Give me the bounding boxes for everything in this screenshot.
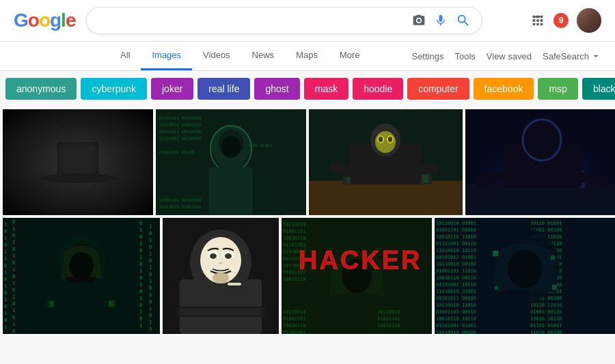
image-3[interactable]	[309, 109, 463, 215]
svg-rect-8	[541, 23, 543, 26]
avatar[interactable]	[577, 8, 601, 33]
svg-text:10110010: 10110010	[283, 309, 306, 315]
safesearch-toggle[interactable]: SafeSearch	[543, 51, 601, 61]
svg-point-121	[98, 306, 112, 314]
svg-point-120	[51, 306, 64, 314]
search-icons	[412, 13, 471, 28]
svg-text:01001101 00110: 01001101 00110	[436, 309, 476, 315]
svg-text:1: 1	[149, 224, 152, 229]
svg-text:0: 0	[12, 301, 15, 307]
svg-text:0: 0	[139, 248, 142, 253]
tab-news[interactable]: News	[241, 42, 286, 70]
svg-rect-126	[180, 308, 262, 316]
svg-rect-5	[541, 19, 543, 22]
svg-text:1: 1	[139, 268, 142, 274]
svg-text:0: 0	[139, 289, 142, 294]
svg-rect-7	[536, 23, 539, 26]
svg-text:1: 1	[12, 240, 15, 245]
svg-text:0: 0	[12, 260, 15, 266]
chip-blackh[interactable]: black h	[582, 78, 615, 100]
svg-text:01101001 00110: 01101001 00110	[436, 241, 476, 247]
tab-images[interactable]: Images	[141, 42, 192, 70]
svg-text:0: 0	[4, 242, 7, 248]
svg-text:01101 01001: 01101 01001	[530, 323, 562, 328]
search-icon	[456, 13, 471, 28]
svg-text:00101011 10110100: 00101011 10110100	[159, 129, 202, 134]
chip-ghost[interactable]: ghost	[254, 78, 299, 100]
tab-maps[interactable]: Maps	[285, 42, 329, 70]
svg-text:01101001 00110010: 01101001 00110010	[159, 136, 202, 141]
image-6[interactable]	[163, 218, 279, 334]
voice-search-button[interactable]	[434, 14, 448, 27]
svg-text:01101001 01001: 01101001 01001	[436, 323, 476, 328]
svg-text:01001101 00100000: 01001101 00100000	[159, 115, 202, 120]
svg-text:00101011 00100: 00101011 00100	[436, 296, 476, 301]
image-5[interactable]: 101 011 010 101 010 1 010 101 010 101 01…	[3, 218, 160, 334]
nav-tabs: All Images Videos News Maps More Setting…	[0, 42, 615, 71]
search-bar: hacker	[86, 7, 482, 34]
svg-text:0: 0	[12, 315, 15, 320]
svg-text:11010 00100: 11010 00100	[530, 330, 562, 334]
guy-fawkes-svg	[163, 218, 279, 334]
svg-text:10110010: 10110010	[283, 222, 306, 227]
svg-text:10110010 01001: 10110010 01001	[436, 221, 476, 226]
svg-text:0: 0	[12, 247, 15, 252]
svg-text:01001101 00100000: 01001101 00100000	[159, 197, 202, 202]
image-grid: 01001101 00100000 11010010 01001010 0010…	[0, 107, 615, 337]
search-button[interactable]	[456, 13, 471, 28]
svg-text:1: 1	[149, 320, 152, 325]
tab-all[interactable]: All	[109, 42, 141, 70]
svg-text:0: 0	[149, 313, 152, 318]
chip-msp[interactable]: msp	[538, 78, 577, 100]
camera-search-button[interactable]	[412, 14, 426, 27]
chip-facebook[interactable]: facebook	[474, 78, 534, 100]
svg-text:1: 1	[4, 324, 7, 330]
chip-hoodie[interactable]: hoodie	[353, 78, 403, 100]
svg-text:10010110: 10010110	[283, 323, 306, 328]
svg-rect-193	[551, 255, 555, 260]
settings-link[interactable]: Settings	[411, 51, 443, 61]
svg-text:11010010 01001: 11010010 01001	[436, 289, 476, 294]
tab-videos[interactable]: Videos	[192, 42, 241, 70]
svg-text:1: 1	[4, 249, 7, 255]
svg-rect-194	[495, 286, 498, 290]
svg-text:1: 1	[12, 253, 15, 259]
tools-link[interactable]: Tools	[454, 51, 475, 61]
svg-text:0: 0	[149, 231, 152, 236]
svg-text:0: 0	[12, 274, 15, 279]
view-saved-link[interactable]: View saved	[487, 51, 532, 61]
svg-text:10010 10110: 10010 10110	[530, 316, 562, 322]
svg-text:10110010 11010: 10110010 11010	[436, 303, 476, 308]
svg-text:0: 0	[4, 290, 7, 296]
matrix-hacker-svg: 101 011 010 101 010 1 010 101 010 101 01…	[3, 218, 160, 334]
nav-tabs-right: Settings Tools View saved SafeSearch	[411, 51, 601, 61]
chip-anonymous[interactable]: anonymous	[5, 78, 77, 100]
image-2[interactable]: 01001101 00100000 11010010 01001010 0010…	[156, 109, 306, 215]
svg-text:0: 0	[4, 318, 7, 323]
chevron-down-icon	[590, 51, 601, 61]
chip-computer[interactable]: computer	[407, 78, 469, 100]
grid-menu-button[interactable]	[530, 13, 545, 28]
tab-more[interactable]: More	[329, 42, 371, 70]
svg-text:1: 1	[4, 283, 7, 289]
svg-text:0: 0	[149, 272, 152, 277]
svg-text:10110010 00100: 10110010 00100	[436, 262, 476, 267]
image-7[interactable]: 1011001001001101 1001011001101001 110100…	[282, 218, 432, 334]
chip-cyberpunk[interactable]: cyberpunk	[81, 78, 147, 100]
notification-badge[interactable]: 9	[554, 13, 569, 28]
search-input[interactable]: hacker	[98, 14, 412, 27]
image-8[interactable]: 10110010 01001 01001101 00100 10010110 1…	[435, 218, 615, 334]
chip-reallife[interactable]: real life	[197, 78, 250, 100]
svg-text:0: 0	[139, 221, 142, 226]
svg-text:01001101: 01001101	[283, 316, 306, 322]
svg-text:0: 0	[4, 277, 7, 282]
svg-text:11010010 10110: 11010010 10110	[436, 248, 476, 253]
chip-mask[interactable]: mask	[304, 78, 348, 100]
image-4[interactable]	[465, 109, 615, 215]
svg-text:1: 1	[4, 256, 7, 262]
image-row-1: 01001101 00100000 11010010 01001010 0010…	[3, 109, 612, 215]
svg-text:10110 01001: 10110 01001	[530, 221, 562, 226]
chip-joker[interactable]: joker	[151, 78, 193, 100]
svg-text:0: 0	[149, 258, 152, 264]
image-1[interactable]	[3, 109, 153, 215]
